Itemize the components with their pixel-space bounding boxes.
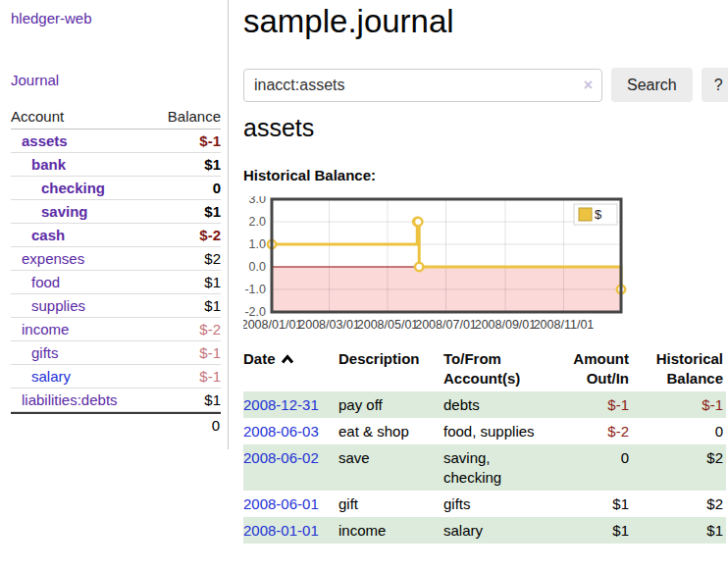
x-tick-label: 2008/03/01 [298,318,360,332]
amount-cell: $1 [551,517,632,544]
account-balance: 0 [213,180,221,196]
clear-search-icon[interactable]: × [584,76,593,95]
account-link[interactable]: gifts [11,344,59,361]
accounts-cell: debts [443,391,551,418]
account-link[interactable]: liabilities:debts [11,391,118,408]
y-tick-label: 3.0 [249,196,266,206]
column-header-date[interactable]: Date [243,347,338,391]
account-link[interactable]: income [11,321,69,337]
sidebar-item-journal[interactable]: Journal [11,72,228,88]
register-table: Date Description To/FromAccount(s) Amoun… [243,347,726,544]
account-title: assets [243,110,314,145]
account-balance: $-1 [199,344,221,361]
account-balance: $-1 [199,368,221,385]
accounts-cell: food, supplies [443,418,551,444]
help-button[interactable]: ? [702,68,728,102]
sidebar-account-row: cash$-2 [11,224,221,247]
sidebar-account-row: supplies$1 [11,294,221,318]
account-balance: $1 [204,203,221,220]
accounts-total: 0 [11,412,221,434]
search-button[interactable]: Search [611,68,693,102]
register-date-link[interactable]: 2008-06-02 [243,449,319,466]
accounts-table-header: Account Balance [11,105,221,130]
account-balance: $1 [204,274,221,290]
sidebar: hledger-web Journal Account Balance asse… [0,0,229,449]
column-header-accounts: To/FromAccount(s) [443,347,551,391]
register-date-link[interactable]: 2008-12-31 [243,396,319,413]
account-link[interactable]: salary [11,368,71,385]
y-tick-label: -1.0 [244,283,266,296]
amount-cell: $1 [551,491,632,517]
balance-cell: $-1 [632,391,726,418]
sidebar-account-row: salary$-1 [11,365,221,389]
description-cell: save [338,444,443,491]
balance-cell: $2 [632,491,726,517]
description-cell: income [338,517,443,544]
x-tick-label: 2008/01/01 [243,318,302,332]
amount-cell: $-1 [551,391,632,418]
column-header-amount: AmountOut/In [551,347,632,391]
account-link[interactable]: saving [11,203,88,220]
x-tick-label: 2008/05/01 [357,318,419,332]
legend-label: $ [595,207,602,222]
chart-title: Historical Balance: [243,167,376,183]
data-point [414,218,422,226]
y-tick-label: 1.0 [249,237,266,251]
sidebar-account-row: income$-2 [11,318,221,341]
accounts-header-balance: Balance [168,108,221,125]
date-column-label: Date [243,350,276,367]
account-balance: $-2 [199,321,221,337]
register-date-link[interactable]: 2008-06-01 [243,495,319,512]
account-link[interactable]: food [11,274,60,290]
register-row: 2008-12-31pay offdebts$-1$-1 [243,391,726,418]
date-cell: 2008-06-01 [243,491,338,517]
sidebar-account-row: expenses$2 [11,247,221,271]
description-cell: pay off [338,391,443,418]
search-bar: × Search ? [243,68,728,102]
account-link[interactable]: expenses [11,250,84,267]
accounts-table: Account Balance assets$-1bank$1checking0… [11,105,221,434]
sort-ascending-icon [281,349,294,369]
balance-cell: $2 [632,444,726,491]
account-link[interactable]: checking [11,180,105,196]
balance-cell: $1 [632,517,726,544]
register-date-link[interactable]: 2008-01-01 [243,522,319,539]
x-tick-label: 2008/09/01 [475,318,537,332]
search-input[interactable] [243,69,602,102]
accounts-header-account: Account [11,108,64,125]
legend-swatch [579,208,592,221]
date-cell: 2008-01-01 [243,517,338,544]
account-balance: $2 [204,250,221,267]
account-balance: $-2 [199,227,221,243]
main-content: sample.journal × Search ? assets Histori… [243,0,728,571]
account-balance: $1 [204,391,221,408]
account-balance: $1 [204,297,221,314]
sidebar-account-row: assets$-1 [11,130,221,153]
sidebar-account-row: checking0 [11,177,221,200]
column-header-description: Description [338,347,443,391]
account-balance: $-1 [199,132,221,149]
accounts-cell: saving, checking [443,444,551,491]
account-link[interactable]: cash [11,227,65,243]
register-row: 2008-06-03eat & shopfood, supplies$-20 [243,418,726,444]
description-cell: gift [338,491,443,517]
y-tick-label: 0.0 [249,260,266,274]
register-date-link[interactable]: 2008-06-03 [243,423,319,440]
amount-cell: $-2 [551,418,632,444]
register-row: 2008-01-01incomesalary$1$1 [243,517,726,544]
balance-cell: 0 [632,418,726,444]
app-brand-link[interactable]: hledger-web [11,10,228,26]
accounts-cell: salary [443,517,551,544]
sidebar-account-row: bank$1 [11,153,221,177]
accounts-cell: gifts [443,491,551,517]
account-link[interactable]: bank [11,156,66,173]
register-row: 2008-06-02savesaving, checking0$2 [243,444,726,491]
register-header-row: Date Description To/FromAccount(s) Amoun… [243,347,726,391]
y-tick-label: -2.0 [244,305,266,319]
date-cell: 2008-06-02 [243,444,338,491]
account-link[interactable]: supplies [11,297,85,314]
column-header-balance: HistoricalBalance [632,347,726,391]
historical-balance-chart[interactable]: $3.02.01.00.0-1.0-2.02008/01/012008/03/0… [243,196,636,339]
account-link[interactable]: assets [11,132,68,149]
date-cell: 2008-06-03 [243,418,338,444]
